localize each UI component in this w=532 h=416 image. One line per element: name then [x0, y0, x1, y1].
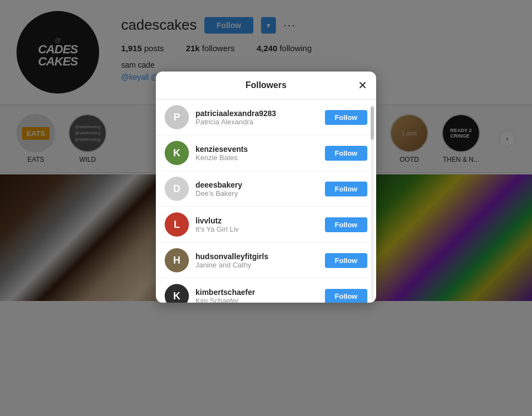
follower-avatar-2: D	[165, 177, 189, 201]
follower-name-4: Janine and Cathy	[196, 261, 318, 269]
modal-follow-btn-2[interactable]: Follow	[325, 182, 367, 196]
follower-row-3: LlivvlutzIt's Ya Girl LivFollow	[156, 207, 376, 243]
scrollbar-track	[371, 105, 374, 300]
modal-header: Followers ✕	[156, 72, 376, 100]
modal-follow-btn-1[interactable]: Follow	[325, 146, 367, 161]
follower-username-1: kenziesevents	[196, 145, 318, 154]
modal-overlay[interactable]: Followers ✕ Ppatriciaalexandra9283Patric…	[0, 0, 532, 416]
follower-username-2: deeesbakery	[196, 180, 318, 189]
follower-info-2: deeesbakeryDee's Bakery	[196, 180, 318, 198]
follower-name-2: Dee's Bakery	[196, 189, 318, 198]
follower-username-4: hudsonvalleyfitgirls	[196, 252, 318, 261]
follower-row-2: DdeeesbakeryDee's BakeryFollow	[156, 171, 376, 207]
follower-name-1: Kenzie Bates	[196, 154, 318, 162]
follower-info-5: kimbertschaeferKim Schaefer	[196, 288, 318, 303]
follower-avatar-4: H	[165, 248, 189, 272]
followers-modal: Followers ✕ Ppatriciaalexandra9283Patric…	[156, 72, 376, 303]
follower-name-0: Patricia Alexandra	[196, 118, 318, 126]
follower-row-0: Ppatriciaalexandra9283Patricia Alexandra…	[156, 100, 376, 135]
follower-avatar-1: K	[165, 141, 189, 165]
follower-name-5: Kim Schaefer	[196, 297, 318, 303]
follower-username-3: livvlutz	[196, 216, 318, 225]
follower-username-5: kimbertschaefer	[196, 288, 318, 297]
follower-row-5: KkimbertschaeferKim SchaeferFollow	[156, 278, 376, 303]
follower-info-3: livvlutzIt's Ya Girl Liv	[196, 216, 318, 233]
modal-follow-btn-5[interactable]: Follow	[325, 289, 367, 303]
follower-avatar-5: K	[165, 284, 189, 303]
modal-follow-btn-4[interactable]: Follow	[325, 253, 367, 268]
modal-follow-btn-0[interactable]: Follow	[325, 110, 367, 125]
follower-row-1: KkenzieseventsKenzie BatesFollow	[156, 135, 376, 171]
follower-username-0: patriciaalexandra9283	[196, 109, 318, 118]
follower-info-4: hudsonvalleyfitgirlsJanine and Cathy	[196, 252, 318, 269]
scrollbar-thumb	[371, 107, 374, 140]
follower-info-0: patriciaalexandra9283Patricia Alexandra	[196, 109, 318, 126]
follower-info-1: kenzieseventsKenzie Bates	[196, 145, 318, 162]
follower-name-3: It's Ya Girl Liv	[196, 225, 318, 233]
follower-avatar-0: P	[165, 105, 189, 129]
modal-body[interactable]: Ppatriciaalexandra9283Patricia Alexandra…	[156, 100, 376, 303]
follower-row-4: HhudsonvalleyfitgirlsJanine and CathyFol…	[156, 243, 376, 278]
follower-avatar-3: L	[165, 212, 189, 237]
modal-close-button[interactable]: ✕	[358, 80, 367, 91]
modal-follow-btn-3[interactable]: Follow	[325, 217, 367, 232]
modal-title: Followers	[246, 80, 287, 90]
